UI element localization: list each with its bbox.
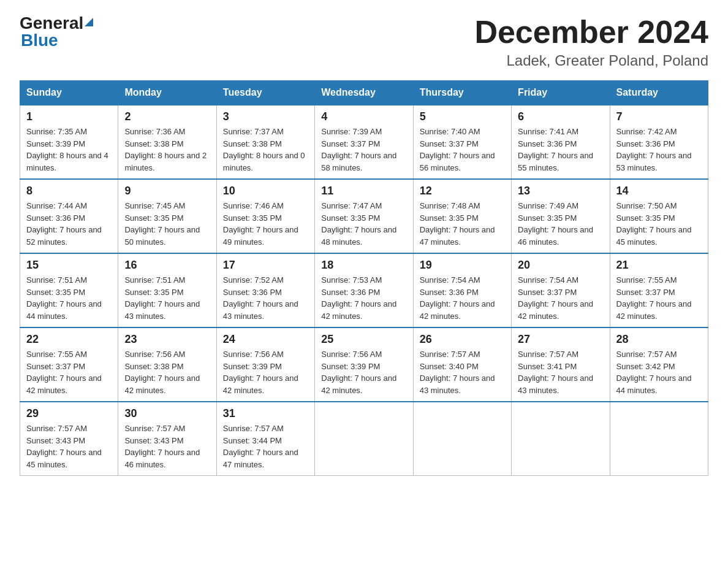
- week-row-2: 8 Sunrise: 7:44 AM Sunset: 3:36 PM Dayli…: [20, 179, 708, 253]
- calendar-table: SundayMondayTuesdayWednesdayThursdayFrid…: [20, 80, 708, 476]
- calendar-cell: 10 Sunrise: 7:46 AM Sunset: 3:35 PM Dayl…: [216, 179, 314, 253]
- day-info: Sunrise: 7:40 AM Sunset: 3:37 PM Dayligh…: [420, 126, 505, 174]
- day-number: 10: [223, 185, 308, 197]
- day-info: Sunrise: 7:55 AM Sunset: 3:37 PM Dayligh…: [616, 274, 702, 322]
- day-number: 31: [223, 407, 308, 420]
- calendar-cell: 1 Sunrise: 7:35 AM Sunset: 3:39 PM Dayli…: [20, 105, 118, 179]
- calendar-cell: 14 Sunrise: 7:50 AM Sunset: 3:35 PM Dayl…: [610, 179, 708, 253]
- logo-blue: Blue: [21, 31, 58, 50]
- day-number: 14: [616, 185, 702, 197]
- calendar-cell: 6 Sunrise: 7:41 AM Sunset: 3:36 PM Dayli…: [512, 105, 610, 179]
- day-info: Sunrise: 7:57 AM Sunset: 3:41 PM Dayligh…: [518, 348, 603, 396]
- weekday-header-friday: Friday: [512, 81, 610, 105]
- day-number: 3: [223, 110, 308, 123]
- week-row-4: 22 Sunrise: 7:55 AM Sunset: 3:37 PM Dayl…: [20, 327, 708, 402]
- day-info: Sunrise: 7:51 AM Sunset: 3:35 PM Dayligh…: [26, 274, 112, 322]
- calendar-cell: [315, 402, 413, 476]
- weekday-header-monday: Monday: [118, 81, 216, 105]
- day-info: Sunrise: 7:56 AM Sunset: 3:39 PM Dayligh…: [321, 348, 406, 396]
- calendar-cell: 17 Sunrise: 7:52 AM Sunset: 3:36 PM Dayl…: [216, 253, 314, 327]
- day-number: 6: [518, 110, 603, 123]
- day-number: 27: [518, 333, 603, 346]
- day-number: 13: [518, 185, 603, 197]
- weekday-header-thursday: Thursday: [413, 81, 511, 105]
- day-number: 20: [518, 259, 603, 272]
- calendar-cell: 27 Sunrise: 7:57 AM Sunset: 3:41 PM Dayl…: [512, 327, 610, 402]
- calendar-cell: 31 Sunrise: 7:57 AM Sunset: 3:44 PM Dayl…: [216, 402, 314, 476]
- calendar-cell: 29 Sunrise: 7:57 AM Sunset: 3:43 PM Dayl…: [20, 402, 118, 476]
- day-info: Sunrise: 7:52 AM Sunset: 3:36 PM Dayligh…: [223, 274, 308, 322]
- day-info: Sunrise: 7:57 AM Sunset: 3:43 PM Dayligh…: [26, 423, 112, 470]
- day-number: 28: [616, 333, 702, 346]
- day-info: Sunrise: 7:57 AM Sunset: 3:40 PM Dayligh…: [420, 348, 505, 396]
- weekday-header-sunday: Sunday: [20, 81, 118, 105]
- day-info: Sunrise: 7:46 AM Sunset: 3:35 PM Dayligh…: [223, 200, 308, 248]
- day-info: Sunrise: 7:48 AM Sunset: 3:35 PM Dayligh…: [420, 200, 505, 248]
- day-number: 17: [223, 259, 308, 272]
- day-number: 26: [420, 333, 505, 346]
- header: General Blue December 2024 Ladek, Greate…: [20, 15, 708, 69]
- weekday-header-tuesday: Tuesday: [216, 81, 314, 105]
- day-number: 11: [321, 185, 406, 197]
- location-title: Ladek, Greater Poland, Poland: [474, 52, 708, 69]
- calendar-cell: 24 Sunrise: 7:56 AM Sunset: 3:39 PM Dayl…: [216, 327, 314, 402]
- day-number: 5: [420, 110, 505, 123]
- day-number: 1: [26, 110, 112, 123]
- day-info: Sunrise: 7:57 AM Sunset: 3:43 PM Dayligh…: [124, 423, 210, 470]
- calendar-cell: 7 Sunrise: 7:42 AM Sunset: 3:36 PM Dayli…: [610, 105, 708, 179]
- day-number: 18: [321, 259, 406, 272]
- day-number: 29: [26, 407, 112, 420]
- logo: General Blue: [20, 15, 93, 50]
- calendar-cell: 22 Sunrise: 7:55 AM Sunset: 3:37 PM Dayl…: [20, 327, 118, 402]
- day-info: Sunrise: 7:56 AM Sunset: 3:39 PM Dayligh…: [223, 348, 308, 396]
- logo-text: General: [20, 15, 93, 32]
- calendar-cell: 3 Sunrise: 7:37 AM Sunset: 3:38 PM Dayli…: [216, 105, 314, 179]
- day-info: Sunrise: 7:47 AM Sunset: 3:35 PM Dayligh…: [321, 200, 406, 248]
- day-number: 30: [124, 407, 210, 420]
- day-number: 9: [124, 185, 210, 197]
- day-number: 24: [223, 333, 308, 346]
- calendar-cell: 15 Sunrise: 7:51 AM Sunset: 3:35 PM Dayl…: [20, 253, 118, 327]
- day-number: 12: [420, 185, 505, 197]
- day-info: Sunrise: 7:37 AM Sunset: 3:38 PM Dayligh…: [223, 126, 308, 174]
- day-info: Sunrise: 7:39 AM Sunset: 3:37 PM Dayligh…: [321, 126, 406, 174]
- day-info: Sunrise: 7:49 AM Sunset: 3:35 PM Dayligh…: [518, 200, 603, 248]
- logo-general: General: [20, 15, 83, 32]
- day-info: Sunrise: 7:56 AM Sunset: 3:38 PM Dayligh…: [124, 348, 210, 396]
- day-number: 23: [124, 333, 210, 346]
- calendar-cell: 21 Sunrise: 7:55 AM Sunset: 3:37 PM Dayl…: [610, 253, 708, 327]
- calendar-cell: [610, 402, 708, 476]
- day-info: Sunrise: 7:36 AM Sunset: 3:38 PM Dayligh…: [124, 126, 210, 174]
- calendar-cell: [512, 402, 610, 476]
- weekday-header-wednesday: Wednesday: [315, 81, 413, 105]
- calendar-cell: 12 Sunrise: 7:48 AM Sunset: 3:35 PM Dayl…: [413, 179, 511, 253]
- calendar-cell: 18 Sunrise: 7:53 AM Sunset: 3:36 PM Dayl…: [315, 253, 413, 327]
- day-info: Sunrise: 7:50 AM Sunset: 3:35 PM Dayligh…: [616, 200, 702, 248]
- calendar-cell: 28 Sunrise: 7:57 AM Sunset: 3:42 PM Dayl…: [610, 327, 708, 402]
- week-row-5: 29 Sunrise: 7:57 AM Sunset: 3:43 PM Dayl…: [20, 402, 708, 476]
- calendar-cell: 11 Sunrise: 7:47 AM Sunset: 3:35 PM Dayl…: [315, 179, 413, 253]
- calendar-cell: 25 Sunrise: 7:56 AM Sunset: 3:39 PM Dayl…: [315, 327, 413, 402]
- day-info: Sunrise: 7:57 AM Sunset: 3:42 PM Dayligh…: [616, 348, 702, 396]
- day-number: 25: [321, 333, 406, 346]
- day-number: 15: [26, 259, 112, 272]
- day-number: 22: [26, 333, 112, 346]
- day-number: 21: [616, 259, 702, 272]
- calendar-cell: 5 Sunrise: 7:40 AM Sunset: 3:37 PM Dayli…: [413, 105, 511, 179]
- day-info: Sunrise: 7:53 AM Sunset: 3:36 PM Dayligh…: [321, 274, 406, 322]
- calendar-cell: 9 Sunrise: 7:45 AM Sunset: 3:35 PM Dayli…: [118, 179, 216, 253]
- day-number: 8: [26, 185, 112, 197]
- day-info: Sunrise: 7:55 AM Sunset: 3:37 PM Dayligh…: [26, 348, 112, 396]
- day-number: 7: [616, 110, 702, 123]
- weekday-header-saturday: Saturday: [610, 81, 708, 105]
- day-info: Sunrise: 7:44 AM Sunset: 3:36 PM Dayligh…: [26, 200, 112, 248]
- day-info: Sunrise: 7:45 AM Sunset: 3:35 PM Dayligh…: [124, 200, 210, 248]
- logo-triangle-icon: [85, 18, 93, 26]
- day-number: 19: [420, 259, 505, 272]
- week-row-3: 15 Sunrise: 7:51 AM Sunset: 3:35 PM Dayl…: [20, 253, 708, 327]
- calendar-cell: 4 Sunrise: 7:39 AM Sunset: 3:37 PM Dayli…: [315, 105, 413, 179]
- day-number: 16: [124, 259, 210, 272]
- calendar-cell: 23 Sunrise: 7:56 AM Sunset: 3:38 PM Dayl…: [118, 327, 216, 402]
- day-info: Sunrise: 7:54 AM Sunset: 3:36 PM Dayligh…: [420, 274, 505, 322]
- calendar-cell: 30 Sunrise: 7:57 AM Sunset: 3:43 PM Dayl…: [118, 402, 216, 476]
